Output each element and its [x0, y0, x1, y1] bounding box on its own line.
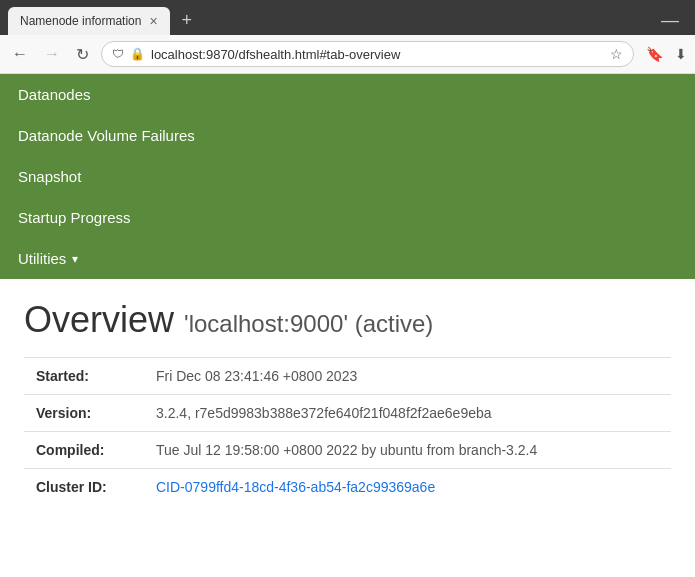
tab-close-button[interactable]: ×: [149, 13, 157, 29]
nav-item-utilities[interactable]: Utilities ▾: [0, 238, 695, 279]
nav-item-snapshot[interactable]: Snapshot: [0, 156, 695, 197]
nav-item-startup-progress[interactable]: Startup Progress: [0, 197, 695, 238]
table-row: Started:Fri Dec 08 23:41:46 +0800 2023: [24, 358, 671, 395]
tab-title: Namenode information: [20, 14, 141, 28]
row-value: Tue Jul 12 19:58:00 +0800 2022 by ubuntu…: [144, 432, 671, 469]
minimize-button[interactable]: —: [653, 6, 687, 35]
table-row: Compiled:Tue Jul 12 19:58:00 +0800 2022 …: [24, 432, 671, 469]
reload-button[interactable]: ↻: [72, 43, 93, 66]
forward-button[interactable]: →: [40, 43, 64, 65]
nav-item-datanodes[interactable]: Datanodes: [0, 74, 695, 115]
row-value: Fri Dec 08 23:41:46 +0800 2023: [144, 358, 671, 395]
tab-bar: Namenode information × + —: [8, 6, 687, 35]
address-text: localhost:9870/dfshealth.html#tab-overvi…: [151, 47, 604, 62]
address-bar: ← → ↻ 🛡 🔒 localhost:9870/dfshealth.html#…: [0, 35, 695, 74]
lock-icon: 🔒: [130, 47, 145, 61]
sidebar-nav: Datanodes Datanode Volume Failures Snaps…: [0, 74, 695, 279]
page-title: Overview 'localhost:9000' (active): [24, 299, 671, 341]
row-value[interactable]: CID-0799ffd4-18cd-4f36-ab54-fa2c99369a6e: [144, 469, 671, 506]
download-button[interactable]: ⬇: [675, 46, 687, 62]
main-content: Overview 'localhost:9000' (active) Start…: [0, 279, 695, 525]
row-label: Version:: [24, 395, 144, 432]
back-button[interactable]: ←: [8, 43, 32, 65]
reading-list-icon[interactable]: 🔖: [646, 46, 663, 62]
row-label: Cluster ID:: [24, 469, 144, 506]
row-label: Started:: [24, 358, 144, 395]
active-tab[interactable]: Namenode information ×: [8, 7, 170, 35]
bookmark-star-icon[interactable]: ☆: [610, 46, 623, 62]
page-subtitle: 'localhost:9000' (active): [184, 310, 433, 337]
nav-item-datanode-volume-failures[interactable]: Datanode Volume Failures: [0, 115, 695, 156]
row-value: 3.2.4, r7e5d9983b388e372fe640f21f048f2f2…: [144, 395, 671, 432]
info-table: Started:Fri Dec 08 23:41:46 +0800 2023Ve…: [24, 357, 671, 505]
browser-chrome: Namenode information × + —: [0, 0, 695, 35]
table-row: Cluster ID:CID-0799ffd4-18cd-4f36-ab54-f…: [24, 469, 671, 506]
dropdown-arrow-icon: ▾: [72, 252, 78, 266]
address-input-wrap[interactable]: 🛡 🔒 localhost:9870/dfshealth.html#tab-ov…: [101, 41, 634, 67]
shield-icon: 🛡: [112, 47, 124, 61]
new-tab-button[interactable]: +: [174, 6, 201, 35]
row-label: Compiled:: [24, 432, 144, 469]
table-row: Version:3.2.4, r7e5d9983b388e372fe640f21…: [24, 395, 671, 432]
